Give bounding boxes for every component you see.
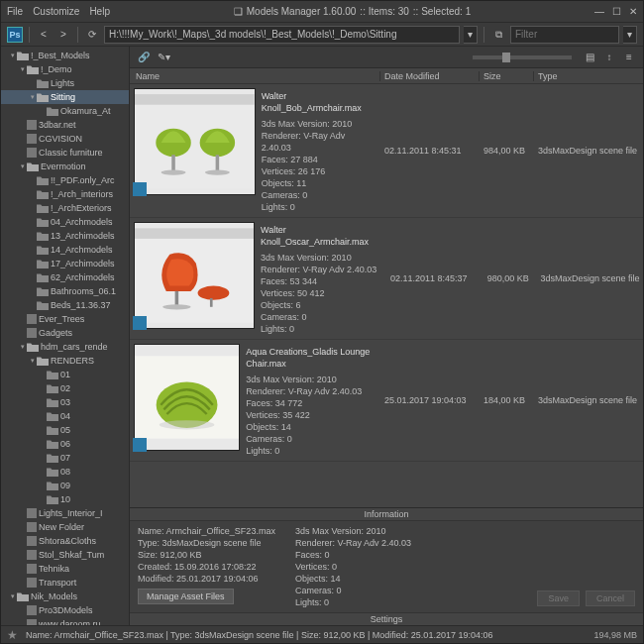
tree-node[interactable]: Beds_11.36.37 [1,298,129,312]
statusbar: ★ Name: Armchair_Office_SF23.max | Type:… [1,625,643,643]
file-list[interactable]: Walter Knoll_Bob_Armchair.max 3ds Max Ve… [130,84,643,507]
tree-node[interactable]: 17_Archimodels [1,257,129,270]
tree-node[interactable]: 3dbar.net [1,118,129,132]
tree-node[interactable]: Okamura_At [1,104,129,118]
tree-node[interactable]: 06 [1,437,129,451]
tree-node[interactable]: ▾RENDERS [1,354,129,368]
minimize-icon[interactable]: — [594,6,604,17]
tree-node[interactable]: Tehnika [1,562,129,576]
link-icon[interactable]: 🔗 [136,50,152,65]
cell-type: 3dsMaxDesign scene file [534,84,643,217]
tree-node[interactable]: Stol_Shkaf_Tum [1,548,129,562]
tree-node[interactable]: Classic furniture [1,146,129,160]
close-icon[interactable]: ✕ [629,6,637,17]
tree-node[interactable]: ▾Evermotion [1,160,129,173]
path-dropdown-icon[interactable]: ▾ [464,26,478,44]
menu-help[interactable]: Help [89,6,110,17]
cell-date: 02.11.2011 8:45:37 [386,218,483,339]
sort-icon[interactable]: ↕ [601,50,617,65]
file-row[interactable]: Walter Knoll_Oscar_Armchair.max 3ds Max … [130,218,643,340]
header-name[interactable]: Name [130,71,380,81]
tree-node[interactable]: ▾Sitting [1,90,129,104]
tree-node[interactable]: Bathrooms_06.1 [1,284,129,298]
app-icon[interactable]: Ps [7,27,23,43]
settings-bar[interactable]: Settings [130,612,643,625]
file-row[interactable]: Walter Knoll_Bob_Armchair.max 3ds Max Ve… [130,84,643,218]
tree-node[interactable]: 05 [1,423,129,437]
menu-file[interactable]: File [7,6,23,17]
meta-renderer: Renderer: V-Ray Adv 2.40.03 [261,264,382,275]
open-folder-icon[interactable]: ⧉ [490,27,506,43]
tree-node[interactable]: ▾hdm_cars_rende [1,340,129,354]
tree-node[interactable]: www.daroom.ru [1,617,129,625]
thumbnail[interactable] [134,344,240,451]
tree-node[interactable]: !_Arch_interiors [1,187,129,201]
tree-node[interactable]: New Folder [1,520,129,534]
tree-node[interactable]: 13_Archimodels [1,229,129,243]
refresh-icon[interactable]: ⟳ [84,27,100,43]
filter-input[interactable] [510,26,619,44]
header-size[interactable]: Size [480,71,534,81]
tree-node[interactable]: Shtora&Cloths [1,534,129,548]
tree-node[interactable]: 09 [1,479,129,492]
info-body: Name: Armchair_Office_SF23.max Type: 3ds… [130,521,643,612]
meta-renderer: Renderer: V-Ray Adv 2.40.03 [262,130,376,154]
meta-version: 3ds Max Version: 2010 [262,118,376,130]
tree-node[interactable]: ▾Nik_Models [1,590,129,603]
info-verts: Vertices: 0 [295,561,411,573]
manage-assets-button[interactable]: Manage Asset Files [138,589,234,604]
tree-node[interactable]: !_ArchExteriors [1,201,129,215]
nav-back-icon[interactable]: < [36,27,52,43]
view-details-icon[interactable]: ▤ [582,50,597,65]
svg-rect-11 [175,291,179,305]
nav-forward-icon[interactable]: > [55,27,71,43]
tree-node[interactable]: ▾!_Demo [1,62,129,76]
address-toolbar: Ps < > ⟳ ▾ ⧉ ▾ [1,23,643,47]
tree-node[interactable]: Lights_Interior_I [1,506,129,520]
tree-node[interactable]: Ever_Trees [1,312,129,326]
folder-tree[interactable]: ▾!_Best_Models▾!_DemoLights▾SittingOkamu… [1,49,129,625]
tree-node[interactable]: 01 [1,368,129,381]
tree-node[interactable]: Transport [1,576,129,590]
tree-node[interactable]: 10 [1,492,129,506]
thumbnail-size-slider[interactable] [473,55,572,59]
menu-customize[interactable]: Customize [33,6,79,17]
tree-node[interactable]: 03 [1,395,129,409]
tree-node[interactable]: CGVISION [1,132,129,146]
info-modified: Modified: 25.01.2017 19:04:06 [138,573,275,585]
path-input[interactable] [104,26,460,44]
tree-node[interactable]: 02 [1,381,129,395]
tree-node[interactable]: 04_Archmodels [1,215,129,229]
tree-node[interactable]: 08 [1,465,129,479]
tree-node[interactable]: Pro3DModels [1,603,129,617]
cell-type: 3dsMaxDesign scene file [537,218,643,339]
header-date[interactable]: Date Modified [380,71,480,81]
header-type[interactable]: Type [534,71,643,81]
cancel-button[interactable]: Cancel [586,590,635,606]
thumbnail[interactable] [134,88,256,195]
thumbnail[interactable] [134,222,255,329]
tree-node[interactable]: !!_PDF.only_Arc [1,173,129,187]
pencil-icon[interactable]: ✎▾ [156,50,171,65]
file-metadata: Aqua Creations_Gladis Lounge Chair.max 3… [246,344,376,457]
tree-node[interactable]: 14_Archmodels [1,243,129,257]
file-name: Walter Knoll_Oscar_Armchair.max [261,224,382,248]
titlebar: File Customize Help ❑ Models Manager 1.6… [1,1,643,23]
tree-node[interactable]: Gadgets [1,326,129,340]
separator [483,27,484,43]
tree-node[interactable]: 04 [1,409,129,423]
tree-node[interactable]: Lights [1,76,129,90]
meta-faces: Faces: 27 884 [262,154,376,165]
save-button[interactable]: Save [537,590,580,606]
cell-date: 25.01.2017 19:04:03 [380,340,480,461]
tree-node[interactable]: ▾!_Best_Models [1,49,129,62]
maximize-icon[interactable]: ☐ [612,6,621,17]
favorite-icon[interactable]: ★ [7,628,18,642]
tree-node[interactable]: 07 [1,451,129,465]
cell-date: 02.11.2011 8:45:31 [380,84,480,217]
filter-dropdown-icon[interactable]: ▾ [623,26,637,44]
tree-node[interactable]: 62_Archimodels [1,270,129,284]
more-view-icon[interactable]: ≡ [621,50,637,65]
file-name: Walter Knoll_Bob_Armchair.max [262,90,376,114]
file-row[interactable]: Aqua Creations_Gladis Lounge Chair.max 3… [130,340,643,462]
